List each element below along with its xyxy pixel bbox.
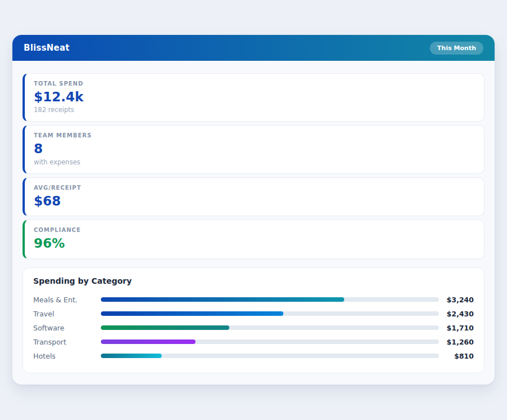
spending-by-category-chart: Spending by Category Meals & Ent. $3,240… [23, 267, 484, 373]
bar-track [101, 325, 439, 330]
period-badge[interactable]: This Month [430, 42, 483, 55]
stat-label: AVG/RECEIPT [34, 185, 475, 191]
bar-track [101, 354, 439, 358]
stat-card-total-spend: TOTAL SPEND $12.4k 182 receipts [23, 73, 484, 122]
stat-card-avg-receipt: AVG/RECEIPT $68 [23, 177, 484, 216]
bar-fill-meals [101, 297, 344, 302]
chart-row-hotels: Hotels $810 [33, 349, 474, 363]
category-label: Software [33, 324, 101, 332]
bar-track [101, 339, 439, 344]
stat-label: COMPLIANCE [34, 227, 475, 233]
category-value: $3,240 [439, 296, 474, 304]
dashboard-card: BlissNeat This Month TOTAL SPEND $12.4k … [12, 35, 495, 385]
stat-subtext: 182 receipts [34, 106, 475, 114]
chart-row-software: Software $1,710 [33, 321, 474, 335]
stat-card-compliance: COMPLIANCE 96% [23, 220, 484, 258]
stat-value: $68 [34, 194, 475, 208]
app-header: BlissNeat This Month [12, 35, 495, 61]
bar-fill-software [101, 325, 229, 330]
stat-subtext: with expenses [34, 158, 475, 166]
dashboard-body: TOTAL SPEND $12.4k 182 receipts TEAM MEM… [12, 61, 495, 373]
category-value: $1,260 [439, 338, 474, 346]
stat-card-team-members: TEAM MEMBERS 8 with expenses [23, 125, 484, 173]
category-label: Transport [33, 338, 101, 346]
category-value: $1,710 [439, 324, 474, 332]
stat-value: $12.4k [34, 90, 475, 104]
bar-fill-travel [101, 311, 283, 316]
category-label: Hotels [33, 352, 101, 360]
chart-row-transport: Transport $1,260 [33, 335, 474, 349]
chart-title: Spending by Category [33, 276, 474, 285]
stat-value: 8 [34, 141, 475, 156]
stat-label: TEAM MEMBERS [34, 132, 475, 138]
bar-fill-hotels [101, 354, 162, 358]
category-value: $810 [439, 352, 474, 360]
stat-label: TOTAL SPEND [34, 81, 475, 87]
app-title: BlissNeat [24, 43, 69, 53]
chart-row-travel: Travel $2,430 [33, 307, 474, 321]
category-value: $2,430 [439, 310, 474, 318]
stat-value: 96% [34, 236, 475, 251]
chart-row-meals: Meals & Ent. $3,240 [33, 293, 474, 307]
bar-fill-transport [101, 339, 195, 344]
category-label: Travel [33, 310, 101, 318]
category-label: Meals & Ent. [33, 296, 101, 304]
bar-track [101, 297, 439, 302]
bar-track [101, 311, 439, 316]
